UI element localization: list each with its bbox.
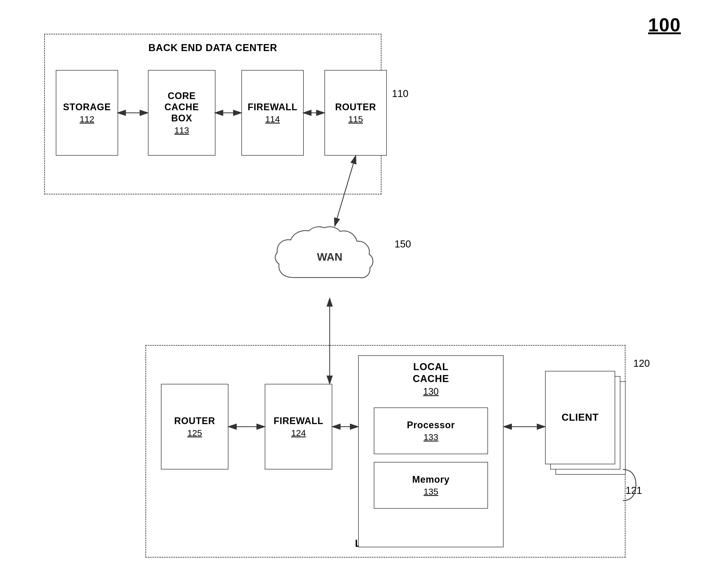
router-local-label: ROUTER (174, 415, 215, 426)
ref-150: 150 (394, 239, 411, 250)
back-end-label: BACK END DATA CENTER (148, 42, 277, 54)
memory-label: Memory (412, 474, 450, 485)
firewall-top-box: FIREWALL 114 (241, 70, 304, 155)
svg-text:WAN: WAN (317, 251, 342, 263)
ref-110: 110 (392, 88, 408, 99)
memory-number: 135 (424, 487, 439, 497)
storage-label: STORAGE (63, 101, 111, 112)
core-cache-number: 113 (175, 125, 189, 135)
router-local-number: 125 (187, 428, 202, 438)
diagram: 100 BACK END DATA CENTER STORAGE 112 COR… (0, 0, 712, 588)
router-local-box: ROUTER 125 (161, 384, 228, 469)
client-page-1: CLIENT (545, 371, 615, 464)
firewall-local-label: FIREWALL (273, 415, 323, 426)
figure-number: 100 (648, 14, 681, 36)
processor-number: 133 (424, 432, 439, 442)
firewall-local-number: 124 (291, 428, 306, 438)
memory-box: Memory 135 (374, 462, 488, 509)
storage-number: 112 (80, 114, 95, 124)
wan-cloud: WAN (272, 226, 387, 298)
ref-121: 121 (626, 485, 642, 496)
ref-120: 120 (633, 358, 650, 369)
firewall-local-box: FIREWALL 124 (265, 384, 332, 469)
processor-box: Processor 133 (374, 407, 488, 454)
firewall-top-number: 114 (265, 114, 280, 124)
router-top-label: ROUTER (335, 101, 376, 112)
local-cache-label: LOCAL CACHE (413, 361, 449, 385)
core-cache-box: CORE CACHE BOX 113 (148, 70, 216, 155)
local-cache-box: LOCAL CACHE 130 Processor 133 Memory 135 (358, 355, 504, 547)
client-label: CLIENT (562, 412, 598, 424)
processor-label: Processor (407, 419, 455, 430)
core-cache-label: CORE CACHE BOX (164, 90, 199, 124)
storage-box: STORAGE 112 (56, 70, 118, 155)
firewall-top-label: FIREWALL (248, 101, 298, 112)
local-cache-number: 130 (423, 386, 439, 397)
router-top-number: 115 (348, 114, 363, 124)
router-top-box: ROUTER 115 (324, 70, 387, 155)
